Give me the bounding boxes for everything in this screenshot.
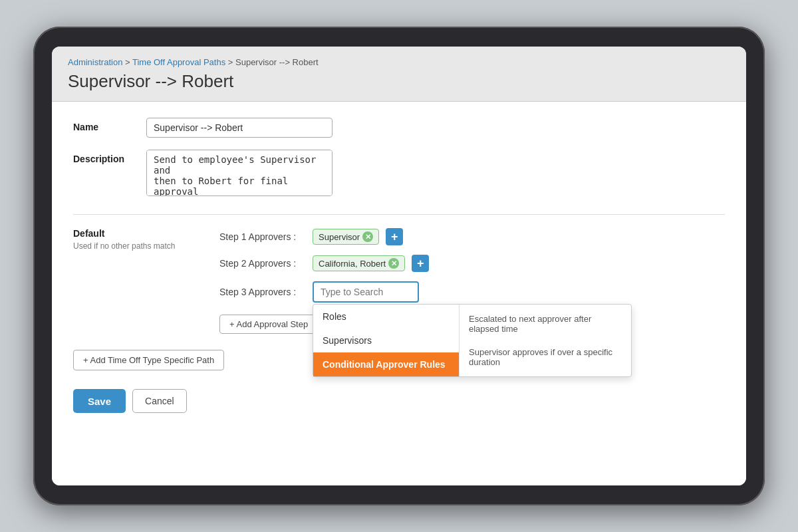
- step1-label: Step 1 Approvers :: [219, 231, 306, 242]
- step1-add-button[interactable]: +: [386, 228, 403, 245]
- cancel-button[interactable]: Cancel: [132, 389, 187, 413]
- name-row: Name: [73, 118, 725, 138]
- step1-remove-icon[interactable]: ✕: [362, 231, 373, 242]
- form-section: Name Description Send to employee's Supe…: [73, 118, 725, 198]
- add-path-button[interactable]: + Add Time Off Type Specific Path: [73, 350, 224, 370]
- default-section: Default Used if no other paths match Ste…: [73, 228, 725, 334]
- dropdown-right-item-2[interactable]: Supervisor approves if over a specific d…: [460, 340, 631, 374]
- default-subtitle: Used if no other paths match: [73, 241, 193, 251]
- default-title: Default: [73, 228, 193, 239]
- step3-search-input[interactable]: [313, 281, 419, 303]
- approver-steps: Step 1 Approvers : Supervisor ✕ + Step 2…: [219, 228, 725, 334]
- divider: [73, 214, 725, 215]
- content-area: Name Description Send to employee's Supe…: [52, 102, 746, 485]
- default-label-col: Default Used if no other paths match: [73, 228, 193, 334]
- dropdown-right-item-1[interactable]: Escalated to next approver after elapsed…: [460, 307, 631, 340]
- page-title: Supervisor --> Robert: [68, 71, 730, 92]
- description-label: Description: [73, 150, 146, 164]
- breadcrumb-sep1: >: [125, 57, 132, 67]
- action-row: Save Cancel: [73, 389, 725, 413]
- name-label: Name: [73, 118, 146, 132]
- breadcrumb-paths[interactable]: Time Off Approval Paths: [132, 57, 225, 67]
- description-input[interactable]: Send to employee's Supervisor and then t…: [146, 150, 332, 196]
- step3-row: Step 3 Approvers : Roles Supervisors Con…: [219, 281, 725, 303]
- step2-tag-label: California, Robert: [319, 259, 386, 269]
- dropdown-item-supervisors[interactable]: Supervisors: [313, 329, 459, 352]
- dropdown-item-roles[interactable]: Roles: [313, 305, 459, 329]
- save-button[interactable]: Save: [73, 389, 126, 413]
- step2-add-button[interactable]: +: [412, 255, 429, 272]
- breadcrumb: Administration > Time Off Approval Paths…: [68, 57, 730, 67]
- breadcrumb-current: Supervisor --> Robert: [235, 57, 319, 67]
- step2-row: Step 2 Approvers : California, Robert ✕ …: [219, 255, 725, 272]
- step2-tag: California, Robert ✕: [313, 255, 405, 271]
- breadcrumb-sep2: >: [228, 57, 235, 67]
- step3-search-wrapper: Roles Supervisors Conditional Approver R…: [313, 281, 419, 303]
- device-frame: Administration > Time Off Approval Paths…: [33, 27, 765, 505]
- step1-tag-label: Supervisor: [319, 232, 360, 242]
- dropdown-left: Roles Supervisors Conditional Approver R…: [313, 305, 460, 376]
- screen: Administration > Time Off Approval Paths…: [52, 47, 746, 485]
- dropdown-right: Escalated to next approver after elapsed…: [460, 305, 631, 376]
- add-step-button[interactable]: + Add Approval Step: [219, 315, 318, 334]
- step2-remove-icon[interactable]: ✕: [388, 258, 399, 269]
- step3-label: Step 3 Approvers :: [219, 287, 306, 297]
- search-dropdown: Roles Supervisors Conditional Approver R…: [313, 304, 632, 377]
- name-input[interactable]: [146, 118, 332, 138]
- step2-label: Step 2 Approvers :: [219, 258, 306, 269]
- description-row: Description Send to employee's Superviso…: [73, 150, 725, 198]
- breadcrumb-admin[interactable]: Administration: [68, 57, 122, 67]
- step1-row: Step 1 Approvers : Supervisor ✕ +: [219, 228, 725, 245]
- name-input-wrapper: [146, 118, 332, 138]
- page-header: Administration > Time Off Approval Paths…: [52, 47, 746, 102]
- step1-tag: Supervisor ✕: [313, 229, 379, 245]
- dropdown-item-conditional[interactable]: Conditional Approver Rules: [313, 352, 459, 376]
- description-input-wrapper: Send to employee's Supervisor and then t…: [146, 150, 332, 198]
